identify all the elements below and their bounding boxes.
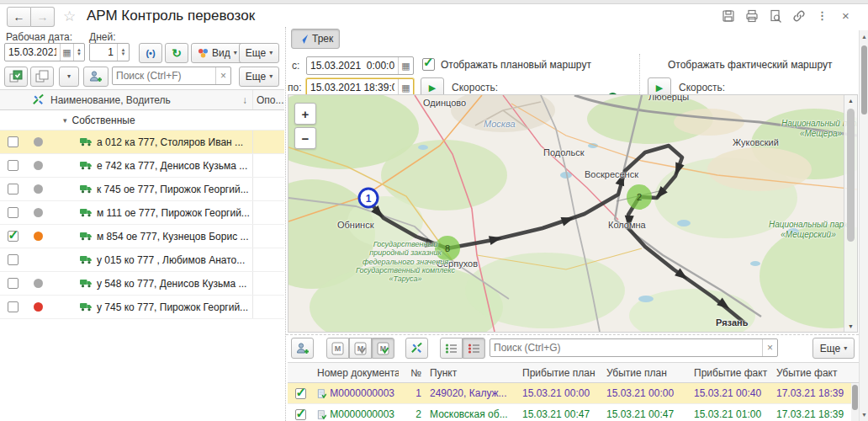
map-scrollbar[interactable]: ▲ ▼ [844,95,857,332]
vehicle-search-field: × [112,67,231,85]
search-input[interactable] [113,67,215,84]
list-view-plan-button[interactable] [440,338,463,359]
list-item[interactable]: е 742 ка 777, Денисов Кузьма ... [0,154,284,178]
working-date-input[interactable] [5,44,60,61]
list-item[interactable]: у 745 ко 777, Пирожок Георгий... [0,296,284,319]
scrollbar-thumb[interactable] [852,385,858,410]
map-label-obninsk: Обнинск [337,220,373,230]
days-label: Дней: [89,31,115,43]
map-label-lyubertsy: Люберцы [648,94,689,102]
favorite-star-icon[interactable]: ☆ [63,8,76,25]
back-button[interactable]: ← [7,7,31,27]
list-item[interactable]: у 015 ко 777 , Любимов Анато... [0,248,284,272]
row-checkbox[interactable] [8,231,19,242]
list-view-fact-button[interactable] [463,338,485,359]
status-dot [34,137,43,147]
row-checkbox[interactable] [295,388,306,399]
filter-doc-posted-button[interactable]: М [372,338,394,359]
map-label-moscow: Москва [484,119,516,129]
forward-button[interactable]: → [31,7,55,27]
map-marker-2[interactable]: 2 [627,184,652,210]
documents-scrollbar[interactable] [851,383,859,421]
route-filter-button[interactable] [405,338,428,359]
save-icon[interactable] [721,8,735,23]
form-scrollbar[interactable]: ▲ ▼ [859,30,868,421]
pick-driver-button[interactable] [291,338,314,359]
table-row[interactable]: М0000000003 1 249020, Калуж... 15.03.21 … [288,383,859,404]
clear-search-icon[interactable]: × [215,67,230,84]
documents-table-header[interactable]: Номер документа № Пункт Прибытие план Уб… [288,363,859,383]
close-icon[interactable]: × [839,8,853,23]
play-icon: ▶ [429,83,436,93]
row-checkbox[interactable] [8,136,19,147]
vehicles-table-header[interactable]: Наименование, Водитель↓ Опо... [0,90,284,110]
collapse-icon[interactable]: ▾ [63,116,67,125]
kebab-menu-icon[interactable]: ⋮ [815,8,829,23]
map-label-zhukovsky: Жуковский [733,137,779,147]
documents-search-field: × [490,338,778,357]
row-checkbox[interactable] [8,207,19,218]
list-item[interactable]: м 111 ое 777, Пирожок Георгий... [0,201,284,225]
more-button-top[interactable]: Еще▾ [239,43,279,63]
link-icon[interactable] [791,8,806,23]
check-all-icon [9,70,23,83]
to-date-input[interactable] [307,79,398,96]
zoom-in-button[interactable]: + [294,103,316,125]
list-item[interactable]: к 745 ое 777, Пирожок Георгий... [0,178,284,201]
add-driver-button[interactable] [83,67,108,87]
check-all-button[interactable] [4,67,28,87]
plan-route-checkbox[interactable] [422,58,435,71]
days-input[interactable] [90,44,117,61]
track-toggle-button[interactable]: Трек [291,29,340,49]
table-row[interactable]: М0000000003 2 Московская об... 15.03.21 … [288,404,859,421]
days-spinner[interactable]: ▲▼ [117,44,129,61]
documents-search-input[interactable] [490,339,762,356]
documents-toolbar: М М М × Еще▾ [286,337,859,361]
scrollbar-thumb[interactable] [861,45,867,115]
clear-search-icon[interactable]: × [762,339,777,356]
view-icon [198,48,209,58]
route-filter-icon [410,342,423,354]
from-date-input[interactable] [307,57,398,74]
scroll-up-icon[interactable]: ▲ [860,34,868,40]
zoom-out-button[interactable]: − [294,127,316,149]
from-label: с: [292,60,299,72]
list-item[interactable]: а 012 ка 777, Столяров Иван ... [0,131,284,154]
more-button-list[interactable]: Еще▾ [239,67,279,87]
uncheck-all-button[interactable] [30,67,54,87]
list-item[interactable]: у 548 ко 777, Денисов Кузьма ... [0,272,284,296]
calendar-icon[interactable]: ▦ [398,79,413,96]
calendar-icon[interactable]: ▦ [398,57,413,74]
calendar-icon[interactable]: ▦ [60,44,74,61]
row-checkbox[interactable] [8,278,19,289]
row-checkbox[interactable] [8,160,19,171]
row-checkbox[interactable] [8,254,19,265]
view-button[interactable]: Вид▾ [191,43,244,63]
filter-doc-all-button[interactable]: М [326,338,349,359]
refresh-button[interactable]: ↻ [165,43,188,63]
row-checkbox[interactable] [8,301,19,312]
scrollbar-thumb[interactable] [847,109,855,242]
truck-icon [80,279,93,288]
more-button-documents[interactable]: Еще▾ [812,338,855,359]
monitoring-button[interactable]: (•) [139,43,162,63]
working-date-label: Рабочая дата: [6,31,72,43]
scroll-up-icon[interactable]: ▲ [844,98,857,104]
map[interactable]: 8 2 1 Одинцово Люберцы Жуковский Москва … [288,94,858,333]
print-icon[interactable] [744,8,759,23]
to-label: по: [288,82,302,93]
check-menu-button[interactable]: ▾ [59,67,79,87]
person-add-icon [296,342,310,355]
scroll-down-icon[interactable]: ▼ [860,412,868,418]
print-preview-icon[interactable] [768,8,782,23]
date-spinner[interactable]: ▲▼ [73,44,84,61]
group-row[interactable]: ▾ Собственные [0,110,284,131]
scroll-down-icon[interactable]: ▼ [844,323,857,329]
row-checkbox[interactable] [295,409,306,420]
filter-doc-marked-button[interactable]: М [349,338,372,359]
map-label-voskresensk: Воскресенск [585,169,638,179]
group-divider [639,54,640,96]
list-item[interactable]: м 854 ое 777, Кузнецов Борис ... [0,225,284,248]
row-checkbox[interactable] [8,184,19,195]
map-marker-1[interactable]: 1 [359,189,378,207]
